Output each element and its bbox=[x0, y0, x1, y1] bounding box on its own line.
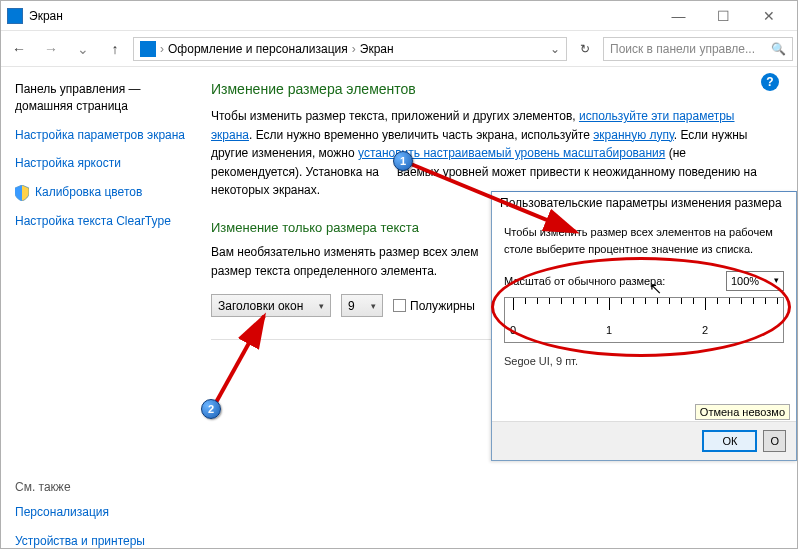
search-placeholder: Поиск в панели управле... bbox=[610, 42, 755, 56]
forward-button[interactable]: → bbox=[37, 35, 65, 63]
back-button[interactable]: ← bbox=[5, 35, 33, 63]
checkbox-bold-label: Полужирны bbox=[410, 299, 475, 313]
control-panel-home-link[interactable]: Панель управления — домашняя страница bbox=[15, 81, 186, 115]
titlebar: Экран — ☐ ✕ bbox=[1, 1, 797, 31]
breadcrumb-lvl2[interactable]: Экран bbox=[360, 42, 394, 56]
link-magnifier[interactable]: экранную лупу bbox=[593, 128, 674, 142]
cancel-button[interactable]: О bbox=[763, 430, 786, 452]
scale-dropdown[interactable]: 100%▾ bbox=[726, 271, 784, 291]
dropdown-font-size[interactable]: 9▾ bbox=[341, 294, 383, 317]
chevron-down-icon: ▾ bbox=[774, 274, 779, 288]
custom-scaling-dialog: Пользовательские параметры изменения раз… bbox=[491, 191, 797, 461]
scaling-ruler[interactable]: 0 1 2 bbox=[504, 297, 784, 343]
section-body-resize: Чтобы изменить размер текста, приложений… bbox=[211, 107, 777, 200]
see-also-heading: См. также bbox=[15, 480, 186, 494]
search-input[interactable]: Поиск в панели управле... 🔍 bbox=[603, 37, 793, 61]
shield-icon bbox=[15, 185, 29, 201]
sidebar-item-color-calibration[interactable]: Калибровка цветов bbox=[15, 184, 186, 201]
monitor-icon bbox=[140, 41, 156, 57]
navbar: ← → ⌄ ↑ › Оформление и персонализация › … bbox=[1, 31, 797, 67]
section-heading-resize: Изменение размера элементов bbox=[211, 81, 777, 97]
sidebar: Панель управления — домашняя страница На… bbox=[1, 67, 201, 546]
window-icon bbox=[7, 8, 23, 24]
checkbox-bold[interactable] bbox=[393, 299, 406, 312]
dialog-description: Чтобы изменить размер всех элементов на … bbox=[504, 224, 784, 257]
sidebar-item-cleartype[interactable]: Настройка текста ClearType bbox=[15, 213, 186, 230]
maximize-button[interactable]: ☐ bbox=[701, 2, 746, 30]
tooltip-cancel-disabled: Отмена невозмо bbox=[695, 404, 790, 420]
sidebar-seealso-personalization[interactable]: Персонализация bbox=[15, 504, 186, 521]
sidebar-item-resolution[interactable]: Настройка параметров экрана bbox=[15, 127, 186, 144]
up-button[interactable]: ↑ bbox=[101, 35, 129, 63]
chevron-down-icon: ▾ bbox=[371, 301, 376, 311]
font-preview: Segoe UI, 9 пт. bbox=[504, 353, 784, 370]
chevron-down-icon: ▾ bbox=[319, 301, 324, 311]
help-icon[interactable]: ? bbox=[761, 73, 779, 91]
sidebar-seealso-devices[interactable]: Устройства и принтеры bbox=[15, 533, 186, 550]
search-icon: 🔍 bbox=[771, 42, 786, 56]
breadcrumb-dropdown-icon[interactable]: ⌄ bbox=[550, 42, 560, 56]
breadcrumb[interactable]: › Оформление и персонализация › Экран ⌄ bbox=[133, 37, 567, 61]
dialog-title: Пользовательские параметры изменения раз… bbox=[492, 192, 796, 214]
minimize-button[interactable]: — bbox=[656, 2, 701, 30]
scale-label: Масштаб от обычного размера: bbox=[504, 273, 716, 290]
sidebar-item-brightness[interactable]: Настройка яркости bbox=[15, 155, 186, 172]
dropdown-text-element[interactable]: Заголовки окон▾ bbox=[211, 294, 331, 317]
history-dropdown[interactable]: ⌄ bbox=[69, 35, 97, 63]
close-button[interactable]: ✕ bbox=[746, 2, 791, 30]
link-custom-scaling[interactable]: установить настраиваемый уровень масштаб… bbox=[358, 146, 665, 160]
ok-button[interactable]: ОК bbox=[702, 430, 757, 452]
window-title: Экран bbox=[29, 9, 656, 23]
refresh-button[interactable]: ↻ bbox=[571, 37, 599, 61]
breadcrumb-lvl1[interactable]: Оформление и персонализация bbox=[168, 42, 348, 56]
display-settings-window: Экран — ☐ ✕ ← → ⌄ ↑ › Оформление и персо… bbox=[0, 0, 798, 549]
